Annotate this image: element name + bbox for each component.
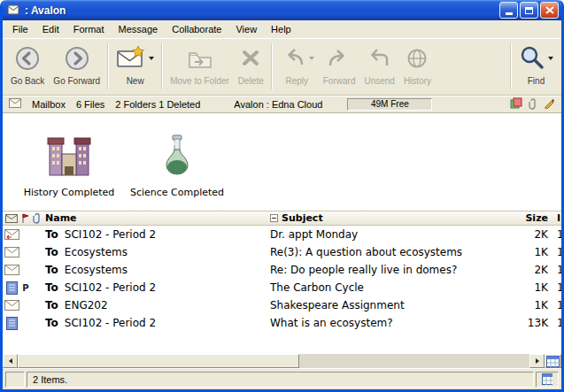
- toolbar-label: Go Back: [11, 76, 44, 86]
- list-view-button[interactable]: [536, 372, 559, 388]
- minimize-button[interactable]: [499, 2, 518, 19]
- recipient-name: ENG202: [65, 299, 108, 311]
- toolbar-button-go-forward[interactable]: Go Forward: [49, 42, 104, 87]
- paperclip-icon: [33, 212, 42, 224]
- new-dropdown-caret-icon[interactable]: [149, 57, 154, 60]
- name-cell: ToENG202: [43, 299, 268, 311]
- to-label: To: [45, 246, 58, 258]
- free-space-gauge: 49M Free: [347, 98, 432, 111]
- window-title: : Avalon: [25, 4, 498, 17]
- window-icon[interactable]: [7, 4, 20, 18]
- message-row[interactable]: ToEcosystems Re(3): A question about eco…: [3, 243, 561, 261]
- toolbar-button-new[interactable]: New: [112, 42, 158, 87]
- name-cell: ToSCI102 - Period 2: [43, 228, 268, 241]
- toolbar-label: Unsend: [364, 76, 394, 86]
- file-count-cell: 1: [550, 228, 561, 241]
- mailbox-content: History Completed Science Completed: [3, 113, 561, 353]
- toolbar-button-history[interactable]: History: [399, 42, 436, 87]
- toolbar-button-move-to-folder[interactable]: Move to Folder: [166, 42, 234, 87]
- toolbar-button-go-back[interactable]: Go Back: [6, 42, 49, 87]
- view-grid-button[interactable]: [545, 354, 561, 368]
- maximize-button[interactable]: [520, 2, 538, 19]
- menu-bar: File Edit Format Message Collaborate Vie…: [3, 20, 561, 39]
- toolbar-button-forward[interactable]: Forward: [319, 42, 360, 87]
- toolbar-button-reply[interactable]: Reply: [275, 42, 319, 87]
- message-row[interactable]: P ToSCI102 - Period 2 The Carbon Cycle 1…: [3, 279, 561, 296]
- file-count-cell: 1: [550, 281, 561, 294]
- message-row[interactable]: ToEcosystems Re: Do people really live i…: [3, 261, 561, 279]
- menu-view[interactable]: View: [228, 21, 264, 37]
- scrollbar-track[interactable]: [18, 354, 529, 368]
- pen-icon[interactable]: [544, 97, 555, 111]
- find-icon: [519, 44, 545, 73]
- toolbar-separator: [161, 43, 163, 89]
- toolbar-button-unsend[interactable]: Unsend: [359, 42, 398, 87]
- size-cell: 2K: [522, 228, 550, 241]
- column-subject-header[interactable]: Subject: [268, 212, 522, 224]
- scrollbar-thumb[interactable]: [18, 354, 299, 368]
- statusbar-segment: [5, 372, 25, 388]
- toolbar-label: Go Forward: [53, 76, 100, 86]
- menu-message[interactable]: Message: [112, 21, 166, 37]
- name-cell: ToSCI102 - Period 2: [43, 281, 268, 294]
- recipient-name: SCI102 - Period 2: [65, 317, 156, 329]
- history-icon: [405, 42, 429, 74]
- horizontal-scrollbar: [3, 353, 561, 368]
- list-header: Name Subject Size I: [3, 211, 561, 226]
- column-extra-header[interactable]: I: [550, 212, 561, 224]
- mailbox-label: Mailbox: [32, 99, 66, 110]
- column-size-header[interactable]: Size: [522, 212, 550, 224]
- menu-collaborate[interactable]: Collaborate: [165, 21, 228, 37]
- reply-dropdown-caret-icon[interactable]: [309, 57, 314, 60]
- shortcut-area: History Completed Science Completed: [3, 113, 561, 211]
- close-button[interactable]: [540, 2, 559, 19]
- find-dropdown-caret-icon[interactable]: [548, 57, 553, 60]
- delete-icon: [239, 42, 262, 74]
- menu-format[interactable]: Format: [66, 21, 112, 37]
- menu-file[interactable]: File: [5, 21, 35, 37]
- column-attach-header[interactable]: [31, 212, 43, 224]
- status-bar: 2 Items.: [3, 368, 561, 389]
- move-to-folder-icon: [187, 42, 213, 74]
- file-count-cell: 1: [550, 264, 561, 276]
- toolbar-button-find[interactable]: Find: [514, 42, 558, 87]
- subject-cell: Shakespeare Assignment: [268, 299, 522, 311]
- to-label: To: [45, 317, 58, 329]
- flag-icon: [21, 213, 30, 224]
- account-label: Avalon : Edna Cloud: [234, 99, 322, 110]
- message-row[interactable]: ToENG202 Shakespeare Assignment 1K 1: [3, 296, 561, 314]
- message-row[interactable]: ToSCI102 - Period 2 Dr. appt Monday 2K 1: [3, 226, 561, 243]
- flask-icon: [158, 131, 197, 179]
- toolbar-button-delete[interactable]: Delete: [234, 42, 268, 87]
- reply-icon: [280, 46, 306, 71]
- file-count-cell: 1: [550, 299, 561, 311]
- subject-cell: Re(3): A question about ecosystems: [268, 246, 522, 258]
- message-row[interactable]: ToSCI102 - Period 2 What is an ecosystem…: [3, 314, 561, 332]
- size-cell: 1K: [522, 246, 550, 258]
- toolbar-label: Delete: [238, 76, 264, 86]
- pages-icon[interactable]: [510, 97, 522, 111]
- toolbar-label: Forward: [323, 76, 356, 86]
- to-label: To: [45, 299, 58, 311]
- title-bar[interactable]: : Avalon: [3, 0, 561, 20]
- unsend-icon: [367, 42, 392, 74]
- new-message-icon: [116, 45, 146, 72]
- menu-edit[interactable]: Edit: [35, 21, 66, 37]
- subject-collapse-toggle[interactable]: [270, 214, 278, 222]
- menu-help[interactable]: Help: [264, 21, 298, 37]
- scroll-right-arrow-icon: [536, 358, 539, 364]
- maximize-icon: [525, 7, 533, 14]
- scroll-right-button[interactable]: [529, 354, 545, 368]
- to-label: To: [45, 264, 58, 276]
- envelope-icon: [5, 214, 18, 223]
- column-icon-header[interactable]: [3, 214, 20, 223]
- document-icon: [3, 281, 20, 295]
- shortcut-history-completed[interactable]: History Completed: [19, 131, 120, 211]
- column-name-header[interactable]: Name: [43, 212, 268, 224]
- scroll-left-button[interactable]: [3, 354, 18, 368]
- grid-icon: [546, 356, 560, 367]
- shortcut-science-completed[interactable]: Science Completed: [127, 131, 228, 211]
- column-flag-header[interactable]: [20, 213, 31, 224]
- paperclip-icon[interactable]: [529, 97, 537, 111]
- file-count-cell: 1: [550, 317, 561, 329]
